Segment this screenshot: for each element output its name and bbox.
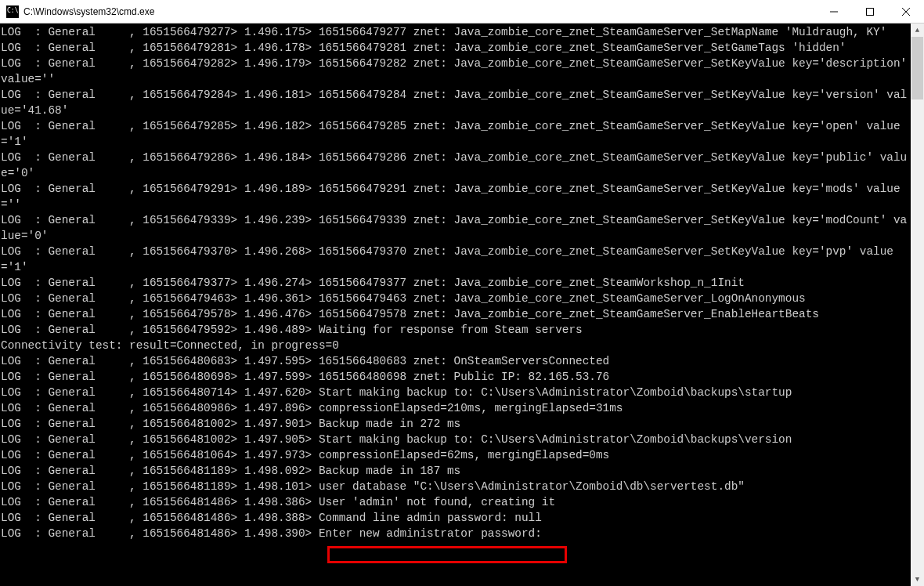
- scroll-up-arrow[interactable]: ▲: [911, 24, 924, 37]
- window-title: C:\Windows\system32\cmd.exe: [23, 6, 816, 17]
- svg-line-2: [902, 8, 910, 16]
- window-titlebar: C:\Windows\system32\cmd.exe: [0, 0, 924, 24]
- svg-line-3: [902, 8, 910, 16]
- scroll-down-arrow[interactable]: ▼: [911, 573, 924, 586]
- vertical-scrollbar[interactable]: ▲ ▼: [911, 24, 924, 586]
- scrollbar-thumb[interactable]: [911, 37, 923, 99]
- maximize-button[interactable]: [852, 0, 888, 23]
- svg-rect-1: [867, 8, 874, 15]
- scrollbar-track[interactable]: [911, 37, 924, 573]
- terminal-output[interactable]: LOG : General , 1651566479277> 1.496.175…: [0, 24, 911, 586]
- window-controls: [816, 0, 924, 23]
- close-button[interactable]: [888, 0, 924, 23]
- terminal-area: LOG : General , 1651566479277> 1.496.175…: [0, 24, 924, 586]
- cmd-icon: [6, 5, 19, 18]
- minimize-button[interactable]: [816, 0, 852, 23]
